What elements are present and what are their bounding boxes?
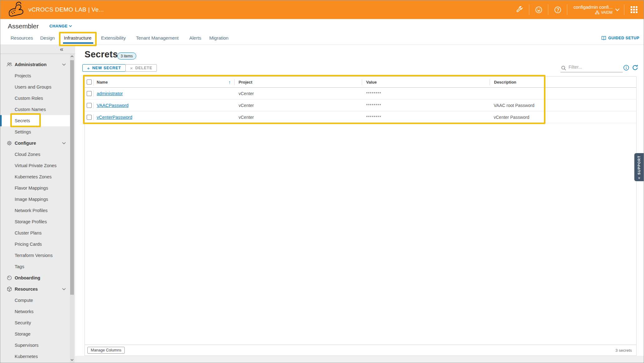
sidebar-item-virtual-private-zones[interactable]: Virtual Private Zones bbox=[0, 160, 75, 171]
sidebar-item-flavor-mappings[interactable]: Flavor Mappings bbox=[0, 182, 75, 194]
user-org: VAIDM bbox=[595, 10, 613, 15]
org-sitemap-icon bbox=[595, 11, 599, 14]
new-secret-button[interactable]: + NEW SECRET bbox=[82, 64, 126, 72]
header-divider bbox=[548, 4, 548, 15]
filter-input[interactable] bbox=[569, 65, 622, 70]
change-app-button[interactable]: CHANGE bbox=[49, 24, 72, 28]
app-launcher-icon[interactable] bbox=[630, 6, 638, 14]
name-cell: administrator bbox=[94, 88, 235, 99]
delete-button[interactable]: × DELETE bbox=[125, 64, 157, 72]
feedback-smiley-icon[interactable] bbox=[535, 6, 543, 14]
sidebar-section-onboarding[interactable]: Onboarding bbox=[0, 272, 75, 283]
sidebar-item-storage[interactable]: Storage bbox=[0, 328, 75, 340]
gear-icon bbox=[7, 140, 12, 146]
scroll-up-icon[interactable] bbox=[70, 54, 74, 59]
column-header-name[interactable]: Name ↑ bbox=[94, 77, 235, 87]
row-checkbox[interactable] bbox=[87, 103, 92, 108]
app-name: Assembler bbox=[8, 22, 39, 30]
tab-resources[interactable]: Resources bbox=[11, 35, 33, 41]
book-icon bbox=[601, 36, 606, 40]
secret-link[interactable]: vCenterPassword bbox=[94, 115, 132, 120]
guided-setup-button[interactable]: GUIDED SETUP bbox=[601, 36, 639, 40]
sidebar-section-administration[interactable]: Administration bbox=[0, 59, 75, 70]
tab-alerts[interactable]: Alerts bbox=[189, 35, 201, 41]
sidebar-item-security[interactable]: Security bbox=[0, 317, 75, 328]
active-tab-indicator bbox=[63, 42, 93, 44]
plus-icon: + bbox=[87, 65, 90, 71]
row-checkbox-cell bbox=[85, 99, 94, 111]
scrollbar-thumb[interactable] bbox=[70, 60, 74, 295]
collapse-sidebar-icon[interactable]: « bbox=[60, 45, 63, 53]
filter-field bbox=[560, 64, 623, 72]
sidebar-item-compute[interactable]: Compute bbox=[0, 295, 75, 306]
global-header: vCROCS DEMO LAB | Ve... bbox=[0, 0, 644, 19]
sidebar-item-storage-profiles[interactable]: Storage Profiles bbox=[0, 216, 75, 227]
column-header-description[interactable]: Description bbox=[490, 77, 636, 87]
tools-icon[interactable] bbox=[516, 6, 524, 14]
sidebar-item-kubernetes-zones[interactable]: Kubernetes Zones bbox=[0, 171, 75, 182]
secrets-toolbar: + NEW SECRET × DELETE bbox=[82, 64, 157, 72]
name-cell: VAACPassword bbox=[94, 99, 235, 111]
row-checkbox[interactable] bbox=[87, 115, 92, 120]
sidebar-item-users-and-groups[interactable]: Users and Groups bbox=[0, 81, 75, 93]
column-header-project[interactable]: Project bbox=[235, 77, 362, 87]
user-name: configadmin confi... bbox=[574, 5, 613, 10]
chevron-down-icon[interactable] bbox=[615, 8, 620, 11]
sidebar-item-terraform-versions[interactable]: Terraform Versions bbox=[0, 250, 75, 261]
help-icon[interactable] bbox=[554, 6, 562, 14]
sidebar-item-pricing-cards[interactable]: Pricing Cards bbox=[0, 239, 75, 250]
header-divider bbox=[529, 4, 529, 15]
cube-icon bbox=[7, 286, 12, 292]
support-label: SUPPORT bbox=[637, 155, 641, 175]
sidebar-item-projects[interactable]: Projects bbox=[0, 70, 75, 81]
sort-ascending-icon[interactable]: ↑ bbox=[229, 80, 231, 85]
sidebar-section-configure[interactable]: Configure bbox=[0, 138, 75, 149]
primary-tabs: Resources Design Infrastructure Extensib… bbox=[0, 33, 644, 45]
app-window: vCROCS DEMO LAB | Ve... bbox=[0, 0, 644, 363]
sidebar-item-image-mappings[interactable]: Image Mappings bbox=[0, 194, 75, 205]
value-cell: ******** bbox=[362, 99, 490, 111]
description-cell: VAAC root Password bbox=[490, 99, 636, 111]
sidebar-item-network-profiles[interactable]: Network Profiles bbox=[0, 205, 75, 216]
tab-design[interactable]: Design bbox=[40, 35, 55, 41]
name-cell: vCenterPassword bbox=[94, 111, 235, 123]
sidebar-item-settings[interactable]: Settings bbox=[0, 126, 75, 138]
sidebar-item-cloud-zones[interactable]: Cloud Zones bbox=[0, 149, 75, 160]
secret-link[interactable]: VAACPassword bbox=[94, 103, 128, 108]
refresh-icon[interactable] bbox=[632, 64, 638, 71]
secrets-count: 3 secrets bbox=[615, 348, 632, 353]
sidebar-item-secrets[interactable]: Secrets bbox=[0, 115, 70, 126]
table-footer: Manage Columns 3 secrets bbox=[85, 345, 636, 356]
project-cell: vCenter bbox=[235, 111, 362, 123]
scroll-down-icon[interactable] bbox=[70, 357, 74, 362]
header-actions: configadmin confi... VAIDM bbox=[510, 0, 644, 19]
sidebar-item-custom-names[interactable]: Custom Names bbox=[0, 104, 75, 115]
support-tab[interactable]: « SUPPORT bbox=[634, 153, 644, 181]
row-checkbox[interactable] bbox=[87, 91, 92, 96]
secret-link[interactable]: administrator bbox=[94, 91, 123, 96]
info-icon[interactable] bbox=[623, 65, 629, 71]
crocs-logo[interactable] bbox=[6, 2, 24, 18]
sidebar-scrollbar[interactable] bbox=[70, 54, 74, 362]
tab-extensibility[interactable]: Extensibility bbox=[101, 35, 126, 41]
search-icon bbox=[561, 65, 566, 71]
value-cell: ******** bbox=[362, 111, 490, 123]
sidebar-section-resources[interactable]: Resources bbox=[0, 283, 75, 295]
manage-columns-button[interactable]: Manage Columns bbox=[87, 347, 125, 354]
app-bar: Assembler CHANGE bbox=[0, 19, 644, 33]
user-menu[interactable]: configadmin confi... VAIDM bbox=[574, 5, 613, 15]
sidebar-item-custom-roles[interactable]: Custom Roles bbox=[0, 93, 75, 104]
sidebar-item-kubernetes[interactable]: Kubernetes bbox=[0, 351, 75, 362]
table-header-row: Name ↑ Project Value Description bbox=[85, 77, 636, 88]
sidebar-item-supervisors[interactable]: Supervisors bbox=[0, 340, 75, 351]
support-expand-icon: « bbox=[637, 177, 642, 179]
select-all-checkbox[interactable] bbox=[87, 80, 92, 85]
sidebar-item-tags[interactable]: Tags bbox=[0, 261, 75, 272]
sidebar-item-cluster-plans[interactable]: Cluster Plans bbox=[0, 227, 75, 239]
sidebar-item-networks[interactable]: Networks bbox=[0, 306, 75, 317]
column-header-value[interactable]: Value bbox=[362, 77, 490, 87]
chevron-down-icon bbox=[62, 142, 66, 144]
tab-migration[interactable]: Migration bbox=[209, 35, 229, 41]
tab-tenant-management[interactable]: Tenant Management bbox=[136, 35, 179, 41]
tab-infrastructure[interactable]: Infrastructure bbox=[64, 35, 91, 41]
